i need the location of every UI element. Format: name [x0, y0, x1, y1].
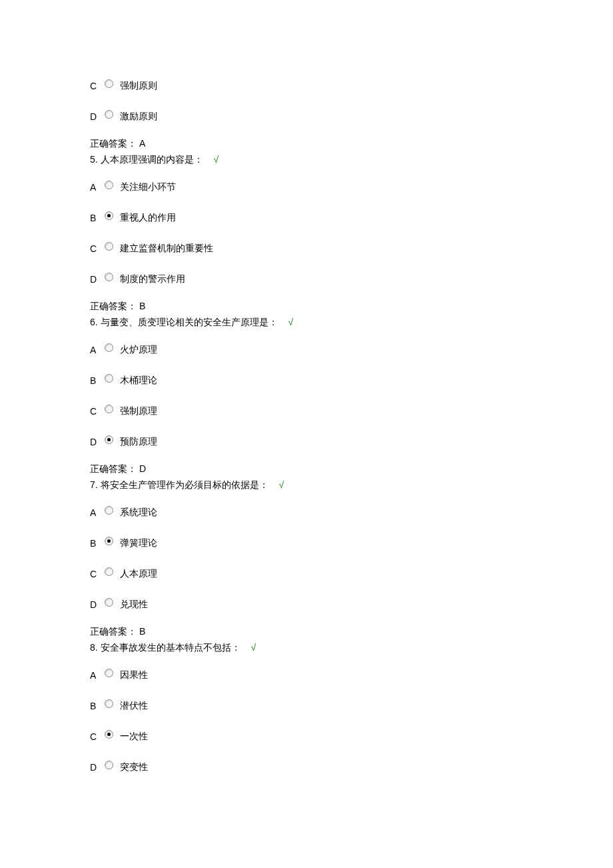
question-number: 8. — [90, 642, 98, 653]
option-text: 因果性 — [120, 669, 148, 681]
radio-unselected-icon[interactable] — [105, 181, 113, 189]
question-text: 与量变、质变理论相关的安全生产原理是： — [101, 317, 278, 327]
radio-unselected-icon[interactable] — [105, 699, 113, 708]
option-text: 兑现性 — [120, 599, 148, 611]
option-text: 人本原理 — [120, 568, 157, 580]
option-text: 突变性 — [120, 761, 148, 773]
question-text: 将安全生产管理作为必须目标的依据是： — [101, 479, 269, 490]
option-row: B 潜伏性 — [90, 697, 613, 715]
option-row: A 火炉原理 — [90, 341, 613, 359]
radio-unselected-icon[interactable] — [105, 343, 113, 352]
check-icon: √ — [251, 642, 256, 653]
radio-unselected-icon[interactable] — [105, 79, 113, 88]
answer-prefix: 正确答案： — [90, 301, 137, 311]
option-letter: D — [90, 274, 102, 285]
option-letter: D — [90, 762, 102, 773]
radio-selected-icon[interactable] — [105, 211, 113, 220]
answer-letter: B — [139, 301, 145, 311]
option-letter: D — [90, 111, 102, 122]
radio-unselected-icon[interactable] — [105, 273, 113, 281]
option-letter: A — [90, 345, 102, 355]
question-line: 7. 将安全生产管理作为必须目标的依据是： √ — [90, 479, 613, 491]
option-letter: D — [90, 599, 102, 610]
question-line: 5. 人本原理强调的内容是： √ — [90, 154, 613, 166]
option-row: B 重视人的作用 — [90, 209, 613, 227]
option-letter: B — [90, 375, 102, 386]
option-text: 预防原理 — [120, 436, 157, 448]
option-text: 激励原则 — [120, 111, 157, 123]
answer-letter: B — [139, 626, 145, 637]
radio-unselected-icon[interactable] — [105, 374, 113, 383]
option-row: C 强制原理 — [90, 402, 613, 421]
question-number: 7. — [90, 479, 98, 490]
option-row: D 预防原理 — [90, 433, 613, 451]
option-text: 一次性 — [120, 731, 148, 743]
option-row: D 激励原则 — [90, 107, 613, 126]
option-text: 制度的警示作用 — [120, 273, 185, 285]
radio-unselected-icon[interactable] — [105, 506, 113, 515]
radio-unselected-icon[interactable] — [105, 405, 113, 413]
option-letter: A — [90, 182, 102, 193]
answer-prefix: 正确答案： — [90, 138, 137, 149]
radio-unselected-icon[interactable] — [105, 242, 113, 251]
check-icon: √ — [213, 154, 219, 165]
question-text: 人本原理强调的内容是： — [101, 154, 203, 165]
option-letter: A — [90, 670, 102, 681]
radio-selected-icon[interactable] — [105, 537, 113, 545]
option-text: 系统理论 — [120, 507, 157, 519]
check-icon: √ — [288, 317, 293, 327]
question-block-partial: C 强制原则 D 激励原则 正确答案： A — [90, 77, 613, 150]
option-row: A 关注细小环节 — [90, 178, 613, 197]
option-text: 火炉原理 — [120, 344, 157, 356]
correct-answer-line: 正确答案： B — [90, 301, 613, 313]
question-block-5: 5. 人本原理强调的内容是： √ A 关注细小环节 B 重视人的作用 C 建立监… — [90, 154, 613, 313]
answer-letter: A — [139, 138, 145, 149]
option-text: 潜伏性 — [120, 700, 148, 712]
radio-unselected-icon[interactable] — [105, 598, 113, 607]
option-row: C 人本原理 — [90, 565, 613, 583]
radio-selected-icon[interactable] — [105, 730, 113, 739]
option-text: 建立监督机制的重要性 — [120, 243, 213, 255]
question-number: 6. — [90, 317, 98, 327]
option-row: C 一次性 — [90, 727, 613, 746]
radio-unselected-icon[interactable] — [105, 761, 113, 769]
check-icon: √ — [279, 479, 284, 490]
option-row: B 木桶理论 — [90, 371, 613, 390]
radio-unselected-icon[interactable] — [105, 669, 113, 677]
radio-unselected-icon[interactable] — [105, 110, 113, 119]
option-text: 强制原理 — [120, 405, 157, 417]
option-row: D 兑现性 — [90, 595, 613, 614]
option-row: D 制度的警示作用 — [90, 270, 613, 289]
option-letter: C — [90, 731, 102, 742]
question-line: 6. 与量变、质变理论相关的安全生产原理是： √ — [90, 317, 613, 329]
answer-prefix: 正确答案： — [90, 463, 137, 474]
option-row: C 强制原则 — [90, 77, 613, 95]
option-letter: C — [90, 406, 102, 417]
option-letter: C — [90, 81, 102, 91]
correct-answer-line: 正确答案： D — [90, 463, 613, 475]
option-letter: C — [90, 569, 102, 579]
option-row: A 因果性 — [90, 666, 613, 685]
question-number: 5. — [90, 154, 98, 165]
option-letter: B — [90, 701, 102, 711]
option-letter: C — [90, 243, 102, 254]
radio-unselected-icon[interactable] — [105, 567, 113, 576]
option-text: 弹簧理论 — [120, 537, 157, 549]
correct-answer-line: 正确答案： B — [90, 626, 613, 638]
option-letter: D — [90, 437, 102, 447]
option-letter: A — [90, 507, 102, 518]
radio-selected-icon[interactable] — [105, 435, 113, 444]
correct-answer-line: 正确答案： A — [90, 138, 613, 150]
option-row: B 弹簧理论 — [90, 534, 613, 553]
question-block-6: 6. 与量变、质变理论相关的安全生产原理是： √ A 火炉原理 B 木桶理论 C… — [90, 317, 613, 475]
option-text: 重视人的作用 — [120, 212, 176, 224]
option-row: C 建立监督机制的重要性 — [90, 239, 613, 258]
option-letter: B — [90, 538, 102, 549]
question-line: 8. 安全事故发生的基本特点不包括： √ — [90, 642, 613, 654]
option-text: 木桶理论 — [120, 375, 157, 387]
option-row: A 系统理论 — [90, 503, 613, 522]
option-row: D 突变性 — [90, 758, 613, 777]
answer-prefix: 正确答案： — [90, 626, 137, 637]
option-letter: B — [90, 213, 102, 223]
option-text: 关注细小环节 — [120, 181, 176, 193]
